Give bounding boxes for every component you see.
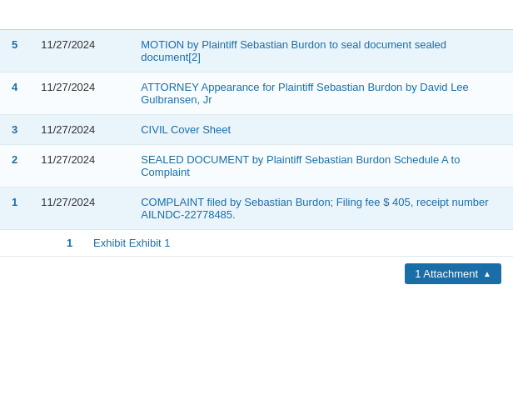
sub-item-content: 1Exhibit Exhibit 1: [0, 237, 501, 249]
row-number: 3: [0, 115, 29, 145]
attachment-arrow-icon: ▲: [483, 269, 491, 278]
row-date: 11/27/2024: [29, 188, 129, 230]
sub-item-label[interactable]: Exhibit Exhibit 1: [93, 237, 171, 249]
attachment-cell: 1 Attachment▲: [0, 257, 513, 292]
table-row: 511/27/2024MOTION by Plaintiff Sebastian…: [0, 30, 513, 72]
row-date: 11/27/2024: [29, 115, 129, 145]
attachment-button[interactable]: 1 Attachment▲: [405, 263, 501, 284]
row-number: 4: [0, 72, 29, 115]
row-description[interactable]: SEALED DOCUMENT by Plaintiff Sebastian B…: [129, 145, 513, 188]
row-date: 11/27/2024: [29, 72, 129, 115]
table-row: 311/27/2024CIVIL Cover Sheet: [0, 115, 513, 145]
sub-item-number: 1: [67, 237, 80, 249]
date-header[interactable]: [29, 0, 129, 30]
hash-header: [0, 0, 29, 30]
row-number: 5: [0, 30, 29, 72]
table-header: [0, 0, 513, 30]
sub-item-cell: 1Exhibit Exhibit 1: [0, 230, 513, 257]
description-header: [129, 0, 513, 30]
table-row: 411/27/2024ATTORNEY Appearance for Plain…: [0, 72, 513, 115]
sub-item-row: 1Exhibit Exhibit 1: [0, 230, 513, 257]
attachment-label: 1 Attachment: [415, 268, 478, 280]
docket-table: 511/27/2024MOTION by Plaintiff Sebastian…: [0, 0, 513, 291]
row-date: 11/27/2024: [29, 145, 129, 188]
row-description[interactable]: MOTION by Plaintiff Sebastian Burdon to …: [129, 30, 513, 72]
table-row: 211/27/2024SEALED DOCUMENT by Plaintiff …: [0, 145, 513, 188]
row-number: 1: [0, 188, 29, 230]
row-date: 11/27/2024: [29, 30, 129, 72]
row-description[interactable]: CIVIL Cover Sheet: [129, 115, 513, 145]
attachment-row: 1 Attachment▲: [0, 257, 513, 292]
table-row: 111/27/2024COMPLAINT filed by Sebastian …: [0, 188, 513, 230]
row-number: 2: [0, 145, 29, 188]
row-description[interactable]: ATTORNEY Appearance for Plaintiff Sebast…: [129, 72, 513, 115]
row-description[interactable]: COMPLAINT filed by Sebastian Burdon; Fil…: [129, 188, 513, 230]
